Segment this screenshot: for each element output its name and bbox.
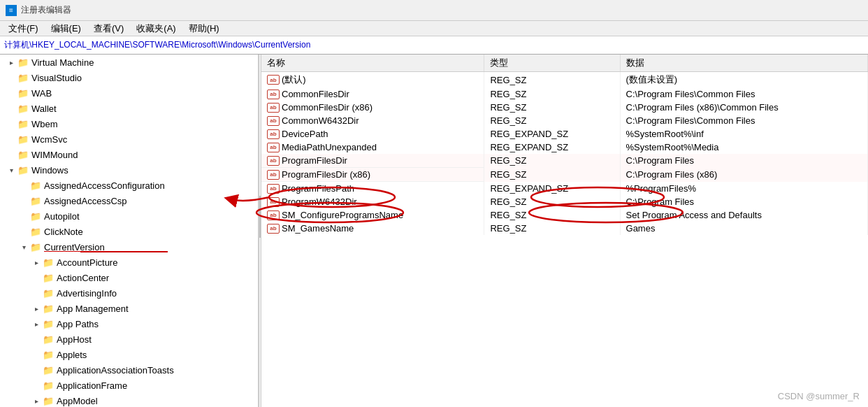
table-row[interactable]: abCommonW6432DirREG_SZC:\Program Files\C… — [261, 114, 868, 127]
folder-icon: 📁 — [42, 350, 55, 359]
expand-arrow-icon[interactable]: ▾ — [6, 166, 17, 174]
tree-item[interactable]: 📁Wbem — [0, 116, 258, 131]
tree-item[interactable]: ▸📁AccountPicture — [0, 255, 258, 270]
registry-tree[interactable]: ▸📁Virtual Machine📁VisualStudio📁WAB📁Walle… — [0, 55, 259, 407]
value-name-cell: abProgramFilesPath — [261, 182, 484, 196]
tree-item[interactable]: 📁Applets — [0, 347, 258, 362]
menu-item[interactable]: 收藏夹(A) — [131, 21, 181, 36]
expand-arrow-icon[interactable]: ▾ — [18, 243, 29, 251]
value-type-cell: REG_SZ — [484, 114, 620, 127]
column-header: 类型 — [484, 55, 620, 72]
tree-item[interactable]: ▸📁AppModel — [0, 393, 258, 407]
table-row[interactable]: abProgramFilesDir (x86)REG_SZC:\Program … — [261, 168, 868, 182]
tree-item[interactable]: 📁AssignedAccessCsp — [0, 193, 258, 208]
folder-icon: 📁 — [42, 257, 55, 267]
tree-item[interactable]: 📁ApplicationAssociationToasts — [0, 362, 258, 378]
value-name: CommonW6432Dir — [282, 115, 359, 126]
menu-item[interactable]: 帮助(H) — [183, 21, 225, 36]
reg-type-icon: ab — [267, 116, 280, 126]
tree-item[interactable]: ▸📁App Paths — [0, 316, 258, 331]
folder-icon: 📁 — [17, 134, 29, 144]
tree-item[interactable]: ▾📁CurrentVersion — [0, 239, 258, 255]
value-type-cell: REG_EXPAND_SZ — [484, 182, 620, 196]
menu-item[interactable]: 编辑(E) — [45, 21, 87, 36]
menu-item[interactable]: 文件(F) — [3, 21, 44, 36]
value-name-cell: ab(默认) — [261, 72, 484, 88]
expand-arrow-icon[interactable]: ▸ — [31, 305, 42, 313]
value-name: ProgramFilesDir — [282, 155, 347, 166]
value-name: CommonFilesDir (x86) — [282, 102, 372, 113]
table-body: ab(默认)REG_SZ(数值未设置)abCommonFilesDirREG_S… — [261, 72, 868, 236]
tree-item-label: Windows — [31, 165, 68, 176]
tree-item[interactable]: 📁VisualStudio — [0, 70, 258, 85]
value-data-cell: C:\Program Files (x86)\Common Files — [620, 101, 867, 114]
value-name-cell: abDevicePath — [261, 127, 484, 141]
value-data-cell: C:\Program Files\Common Files — [620, 87, 867, 101]
main-content: ▸📁Virtual Machine📁VisualStudio📁WAB📁Walle… — [0, 55, 868, 407]
tree-item[interactable]: 📁ActionCenter — [0, 270, 258, 285]
tree-item-label: Autopilot — [44, 211, 80, 222]
column-header: 名称 — [261, 55, 484, 72]
folder-icon: 📁 — [42, 304, 55, 313]
table-row[interactable]: abCommonFilesDir (x86)REG_SZC:\Program F… — [261, 101, 868, 114]
expand-arrow-icon[interactable]: ▸ — [6, 59, 17, 66]
folder-icon: 📁 — [42, 334, 55, 344]
value-name: ProgramFilesPath — [282, 183, 354, 194]
tree-item[interactable]: 📁ClickNote — [0, 224, 258, 239]
tree-item[interactable]: 📁WcmSvc — [0, 131, 258, 147]
tree-item[interactable]: ▾📁Windows — [0, 162, 258, 178]
folder-icon: 📁 — [29, 211, 42, 221]
reg-type-icon: ab — [267, 224, 280, 234]
value-type-cell: REG_SZ — [484, 222, 620, 235]
table-row[interactable]: abDevicePathREG_EXPAND_SZ%SystemRoot%\in… — [261, 127, 868, 141]
table-row[interactable]: abCommonFilesDirREG_SZC:\Program Files\C… — [261, 87, 868, 101]
expand-arrow-icon[interactable]: ▸ — [31, 259, 42, 266]
tree-item[interactable]: 📁AppHost — [0, 331, 258, 347]
tree-item-label: Virtual Machine — [31, 57, 94, 68]
table-row[interactable]: abProgramFilesPathREG_EXPAND_SZ%ProgramF… — [261, 182, 868, 196]
value-type-cell: REG_SZ — [484, 154, 620, 168]
value-name: DevicePath — [282, 129, 328, 139]
expand-arrow-icon[interactable]: ▸ — [31, 397, 42, 405]
reg-type-icon: ab — [267, 210, 280, 220]
tree-item-label: App Management — [57, 304, 129, 314]
tree-item[interactable]: 📁AssignedAccessConfiguration — [0, 178, 258, 193]
table-row[interactable]: abMediaPathUnexpandedREG_EXPAND_SZ%Syste… — [261, 141, 868, 154]
tree-item-label: AppHost — [57, 334, 92, 345]
tree-item[interactable]: 📁Wallet — [0, 101, 258, 116]
registry-values[interactable]: 名称类型数据 ab(默认)REG_SZ(数值未设置)abCommonFilesD… — [261, 55, 868, 407]
values-table: 名称类型数据 ab(默认)REG_SZ(数值未设置)abCommonFilesD… — [261, 55, 868, 235]
table-row[interactable]: abSM_GamesNameREG_SZGames — [261, 222, 868, 235]
table-row[interactable]: abProgramW6432DirREG_SZC:\Program Files — [261, 195, 868, 208]
value-name-cell: abProgramFilesDir — [261, 154, 484, 168]
value-name: MediaPathUnexpanded — [282, 142, 377, 152]
menu-item[interactable]: 查看(V) — [88, 21, 129, 36]
pane-divider[interactable] — [259, 55, 261, 407]
folder-icon: 📁 — [29, 196, 42, 206]
table-row[interactable]: abProgramFilesDirREG_SZC:\Program Files — [261, 154, 868, 168]
address-bar: 计算机\HKEY_LOCAL_MACHINE\SOFTWARE\Microsof… — [0, 36, 868, 55]
tree-item-label: ClickNote — [44, 227, 83, 237]
title-bar: ≡ 注册表编辑器 — [0, 0, 868, 21]
folder-icon: 📁 — [17, 73, 29, 83]
tree-item[interactable]: 📁WAB — [0, 85, 258, 101]
folder-icon: 📁 — [29, 227, 42, 236]
table-row[interactable]: ab(默认)REG_SZ(数值未设置) — [261, 72, 868, 88]
scroll-thumb[interactable] — [259, 196, 261, 238]
value-type-cell: REG_SZ — [484, 87, 620, 101]
value-name: CommonFilesDir — [282, 89, 349, 99]
expand-arrow-icon[interactable]: ▸ — [31, 320, 42, 328]
table-row[interactable]: abSM_ConfigureProgramsNameREG_SZSet Prog… — [261, 208, 868, 222]
tree-item[interactable]: ▸📁Virtual Machine — [0, 55, 258, 70]
watermark: CSDN @summer_R — [778, 391, 860, 401]
tree-item[interactable]: 📁ApplicationFrame — [0, 378, 258, 393]
folder-icon: 📁 — [42, 396, 55, 406]
value-name-cell: abCommonFilesDir (x86) — [261, 101, 484, 114]
tree-item[interactable]: 📁AdvertisingInfo — [0, 285, 258, 301]
tree-item[interactable]: 📁Autopilot — [0, 208, 258, 224]
folder-icon: 📁 — [17, 165, 29, 175]
tree-item-label: AppModel — [57, 396, 98, 406]
address-path: 计算机\HKEY_LOCAL_MACHINE\SOFTWARE\Microsof… — [4, 39, 310, 51]
tree-item[interactable]: ▸📁App Management — [0, 301, 258, 316]
tree-item[interactable]: 📁WIMMound — [0, 147, 258, 162]
